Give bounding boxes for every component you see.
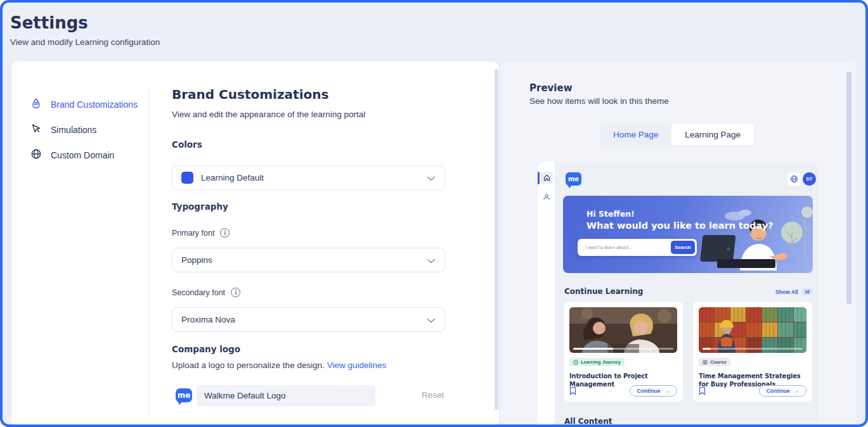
page-title: Settings <box>10 13 88 32</box>
cursor-icon <box>30 123 42 136</box>
preview-subtitle: See how items will look in this theme <box>529 96 669 106</box>
sidebar-item-simulations[interactable]: Simulations <box>30 123 96 136</box>
arrow-right-icon: → <box>664 388 670 394</box>
mock-sidebar <box>538 162 555 427</box>
sidebar-item-label: Custom Domain <box>51 150 114 160</box>
welcome-banner: Hi Steffen! What would you like to learn… <box>563 196 813 273</box>
scrollbar-thumb[interactable] <box>495 69 498 410</box>
settings-panel: Brand Customizations Simulations Custom … <box>11 61 499 427</box>
learning-journey-icon <box>573 360 578 365</box>
search-input[interactable] <box>584 244 654 251</box>
primary-font-select[interactable]: Poppins <box>172 248 445 272</box>
count-badge: 16 <box>801 288 813 295</box>
preview-panel: Preview See how items will look in this … <box>501 61 857 427</box>
mock-search-bar: Search <box>578 239 697 256</box>
continue-button[interactable]: Continue → <box>759 385 806 397</box>
page-subtitle: View and modify Learning configuration <box>10 37 160 47</box>
course-card[interactable]: Learning Journey Introduction to Project… <box>563 301 683 402</box>
bookmark-icon <box>569 386 576 395</box>
avatar[interactable]: DT <box>803 172 816 186</box>
walkme-logo: me <box>566 172 581 186</box>
reset-button[interactable]: Reset <box>418 390 448 400</box>
mock-walkme-logo: me <box>566 172 581 186</box>
all-content-title: All Content <box>564 417 612 426</box>
tab-learning-page[interactable]: Learning Page <box>671 124 754 145</box>
card-photo-meeting <box>569 307 677 353</box>
chevron-down-icon <box>427 172 436 184</box>
preview-title: Preview <box>529 82 573 94</box>
chevron-down-icon <box>427 255 436 266</box>
walkme-logo: me <box>176 388 192 402</box>
profile-nav-button[interactable] <box>543 192 550 203</box>
tab-home-page[interactable]: Home Page <box>600 124 671 145</box>
content-type-badge: Course <box>699 358 730 366</box>
banner-question: What would you like to learn today? <box>586 220 774 231</box>
company-logo-label: Company logo <box>172 344 240 354</box>
info-icon[interactable] <box>231 288 240 297</box>
continue-label: Continue <box>637 388 661 394</box>
secondary-font-label: Secondary font <box>172 288 225 297</box>
bookmark-button[interactable] <box>699 386 706 395</box>
card-footer: Continue → <box>699 385 806 397</box>
view-guidelines-link[interactable]: View guidelines <box>327 360 387 370</box>
progress-bar <box>703 348 803 350</box>
continue-learning-cards: Learning Journey Introduction to Project… <box>563 301 813 402</box>
company-logo-description: Upload a logo to personalize the design.… <box>172 360 386 370</box>
continue-button[interactable]: Continue → <box>630 385 677 397</box>
logo-description-text: Upload a logo to personalize the design. <box>172 360 325 370</box>
color-swatch <box>181 172 193 184</box>
banner-illustration <box>696 196 813 273</box>
settings-page: Settings View and modify Learning config… <box>0 0 868 427</box>
arrow-right-icon: → <box>794 388 800 394</box>
search-button[interactable]: Search <box>671 241 695 254</box>
show-all-row: Show All 16 <box>775 288 813 295</box>
chevron-down-icon <box>427 314 436 326</box>
section-title: Brand Customizations <box>172 87 328 102</box>
primary-font-value: Poppins <box>181 255 212 265</box>
home-nav-button[interactable] <box>541 172 553 184</box>
show-all-link[interactable]: Show All <box>775 289 798 295</box>
sidebar-divider <box>149 90 150 416</box>
sidebar-item-label: Brand Customizations <box>51 99 138 110</box>
secondary-font-select[interactable]: Proxima Nova <box>172 307 445 332</box>
progress-bar <box>573 348 673 350</box>
portal-preview-mock: me DT <box>538 162 818 427</box>
typography-label: Typography <box>172 201 228 212</box>
badge-label: Learning Journey <box>581 359 621 365</box>
logo-upload-row: me Reset <box>172 385 445 407</box>
sidebar-item-custom-domain[interactable]: Custom Domain <box>30 148 114 162</box>
color-theme-select[interactable]: Learning Default <box>172 165 445 190</box>
secondary-font-value: Proxima Nova <box>181 315 235 324</box>
section-subtitle: View and edit the appearance of the lear… <box>172 110 365 119</box>
content-type-badge: Learning Journey <box>569 358 625 366</box>
colors-label: Colors <box>172 139 202 150</box>
person-icon <box>543 193 550 201</box>
card-photo-containers <box>699 307 806 353</box>
continue-learning-title: Continue Learning <box>564 287 643 296</box>
home-icon <box>543 174 550 181</box>
banner-greeting: Hi Steffen! <box>586 209 635 219</box>
logo-name-field[interactable] <box>197 385 375 406</box>
course-icon <box>703 360 708 365</box>
language-button[interactable] <box>787 172 801 186</box>
info-icon[interactable] <box>220 228 230 238</box>
course-card[interactable]: Course Time Management Strategies for Bu… <box>692 301 813 402</box>
brand-customizations-section: Brand Customizations View and edit the a… <box>172 61 445 427</box>
bookmark-button[interactable] <box>569 386 576 395</box>
active-indicator <box>538 172 540 184</box>
preview-tabs: Home Page Learning Page <box>600 124 754 145</box>
globe-icon <box>790 175 798 183</box>
globe-icon <box>30 148 42 162</box>
continue-label: Continue <box>767 388 790 394</box>
color-theme-value: Learning Default <box>201 173 264 182</box>
sidebar-item-label: Simulations <box>51 125 96 135</box>
primary-font-label: Primary font <box>172 229 214 238</box>
paint-drop-icon <box>30 98 42 111</box>
card-footer: Continue → <box>569 385 677 397</box>
badge-label: Course <box>710 359 727 365</box>
sidebar-item-brand-customizations[interactable]: Brand Customizations <box>30 98 138 111</box>
secondary-font-label-row: Secondary font <box>172 288 240 297</box>
bookmark-icon <box>699 386 706 395</box>
scrollbar-thumb[interactable] <box>846 72 852 304</box>
primary-font-label-row: Primary font <box>172 228 230 238</box>
